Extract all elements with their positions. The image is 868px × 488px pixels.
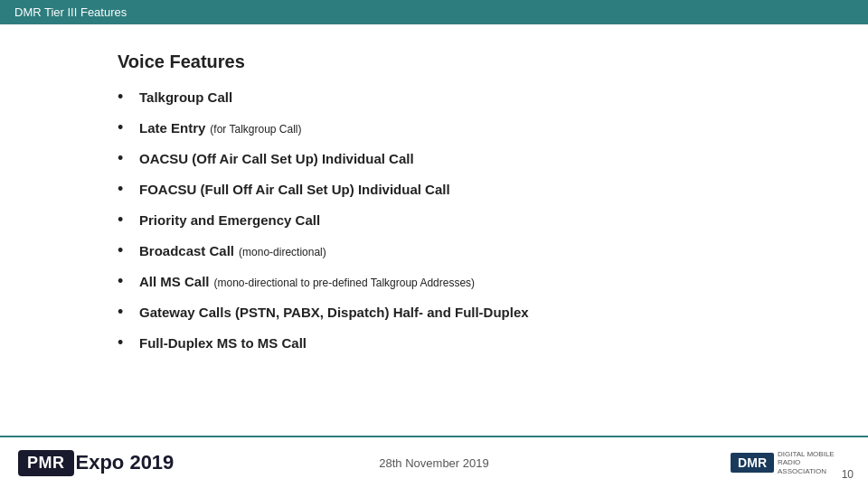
- bullet-dot: •: [118, 331, 134, 355]
- list-item-main: Late Entry: [139, 120, 205, 136]
- footer-date: 28th November 2019: [379, 456, 488, 470]
- dmr-badge: DMR: [731, 453, 774, 473]
- pmr-logo: PMR Expo 2019: [18, 450, 174, 476]
- list-item: •Talkgroup Call: [118, 85, 750, 109]
- list-item: •Late Entry(for Talkgroup Call): [118, 116, 750, 140]
- header-title: DMR Tier III Features: [14, 5, 127, 19]
- dmr-subtext: DIGITAL MOBILE RADIO ASSOCIATION: [778, 450, 850, 476]
- main-content: Voice Features •Talkgroup Call•Late Entr…: [0, 24, 868, 380]
- list-item-main: Priority and Emergency Call: [139, 212, 320, 228]
- list-item: •OACSU (Off Air Call Set Up) Individual …: [118, 146, 750, 171]
- list-item-main: Full-Duplex MS to MS Call: [139, 335, 307, 351]
- list-item-main: Broadcast Call: [139, 243, 234, 258]
- dmr-logo: DMR DIGITAL MOBILE RADIO ASSOCIATION: [731, 450, 850, 476]
- list-item: •Priority and Emergency Call: [118, 208, 750, 232]
- list-item-main: OACSU (Off Air Call Set Up) Individual C…: [139, 151, 414, 166]
- list-item-subtext: (for Talkgroup Call): [210, 123, 301, 136]
- bullet-dot: •: [118, 300, 134, 324]
- list-item-text: Late Entry(for Talkgroup Call): [139, 118, 302, 139]
- bullet-dot: •: [118, 146, 134, 171]
- list-item-text: Full-Duplex MS to MS Call: [139, 333, 307, 354]
- footer: PMR Expo 2019 28th November 2019 DMR DIG…: [0, 437, 868, 488]
- bullet-dot: •: [118, 116, 134, 140]
- list-item-text: All MS Call(mono-directional to pre-defi…: [139, 272, 475, 293]
- list-item-text: Gateway Calls (PSTN, PABX, Dispatch) Hal…: [139, 303, 529, 324]
- list-item: •Full-Duplex MS to MS Call: [118, 331, 750, 355]
- list-item: •Broadcast Call(mono-directional): [118, 239, 750, 263]
- bullet-dot: •: [118, 85, 134, 109]
- list-item-main: FOACSU (Full Off Air Call Set Up) Indivi…: [139, 182, 450, 197]
- bullet-dot: •: [118, 239, 134, 263]
- bullet-dot: •: [118, 177, 134, 202]
- list-item-main: Talkgroup Call: [139, 89, 232, 105]
- list-item: •FOACSU (Full Off Air Call Set Up) Indiv…: [118, 177, 750, 202]
- list-item-text: Talkgroup Call: [139, 88, 232, 108]
- list-item-text: Broadcast Call(mono-directional): [139, 241, 326, 262]
- list-item-subtext: (mono-directional): [239, 246, 326, 258]
- list-item: •All MS Call(mono-directional to pre-def…: [118, 269, 750, 294]
- bullet-list: •Talkgroup Call•Late Entry(for Talkgroup…: [118, 85, 750, 355]
- list-item: •Gateway Calls (PSTN, PABX, Dispatch) Ha…: [118, 300, 750, 324]
- list-item-text: OACSU (Off Air Call Set Up) Individual C…: [139, 149, 414, 170]
- header-bar: DMR Tier III Features: [0, 0, 868, 24]
- list-item-main: All MS Call: [139, 274, 210, 289]
- section-title: Voice Features: [118, 52, 750, 72]
- list-item-subtext: (mono-directional to pre-defined Talkgro…: [214, 277, 476, 289]
- pmr-badge: PMR: [18, 450, 74, 476]
- list-item-main: Gateway Calls (PSTN, PABX, Dispatch) Hal…: [139, 305, 529, 320]
- bullet-dot: •: [118, 269, 134, 294]
- expo-text: Expo 2019: [76, 451, 175, 474]
- list-item-text: FOACSU (Full Off Air Call Set Up) Indivi…: [139, 180, 450, 201]
- page-number: 10: [842, 468, 854, 481]
- list-item-text: Priority and Emergency Call: [139, 211, 320, 231]
- bullet-dot: •: [118, 208, 134, 232]
